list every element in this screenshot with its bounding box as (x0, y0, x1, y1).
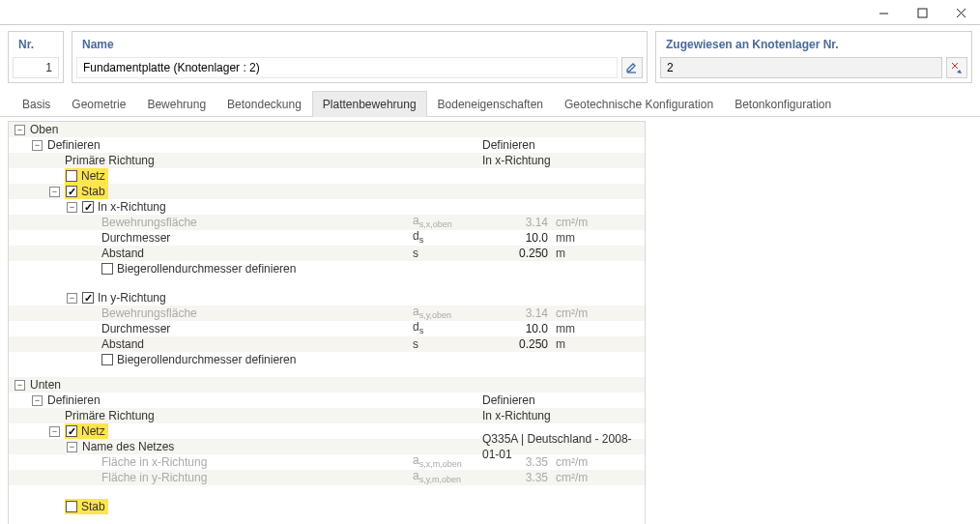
close-button[interactable] (941, 0, 980, 25)
checkbox-biegerollendurchmesser-y[interactable] (101, 354, 113, 365)
collapse-icon[interactable]: − (67, 202, 77, 213)
row-in-y-richtung[interactable]: In y-Richtung (98, 290, 172, 306)
tabs: Basis Geometrie Bewehrung Betondeckung P… (0, 83, 980, 117)
row-durchmesser-y[interactable]: Durchmesser (101, 321, 176, 336)
collapse-icon[interactable]: − (14, 125, 25, 135)
row-stab-unten[interactable]: Stab (65, 499, 108, 514)
checkbox-stab-unten[interactable] (66, 501, 77, 512)
collapse-icon[interactable]: − (32, 140, 43, 151)
checkbox-netz-unten[interactable] (66, 425, 77, 437)
row-biegerollendurchmesser-y[interactable]: Biegerollendurchmesser definieren (117, 352, 302, 367)
row-biegerollendurchmesser[interactable]: Biegerollendurchmesser definieren (117, 261, 302, 277)
header: Nr. Name Zugewiesen an Knotenlager Nr. (0, 25, 980, 83)
input-name[interactable] (76, 57, 618, 78)
tab-geotechnische-konfiguration[interactable]: Geotechnische Konfiguration (554, 91, 724, 117)
input-nr[interactable] (13, 57, 59, 78)
collapse-icon[interactable]: − (14, 380, 25, 391)
value-definieren-unten: Definieren (482, 393, 637, 408)
minimize-button[interactable] (864, 0, 903, 25)
row-bewehrungsflaeche: Bewehrungsfläche (101, 215, 203, 230)
property-grid[interactable]: − Oben − Definieren Definieren Primäre R… (8, 121, 646, 524)
collapse-icon[interactable]: − (67, 442, 77, 452)
checkbox-stab[interactable] (66, 186, 77, 197)
checkbox-netz[interactable] (66, 170, 77, 182)
group-definieren[interactable]: Definieren (47, 137, 106, 153)
value-definieren: Definieren (482, 137, 637, 153)
side-panel (646, 121, 972, 524)
input-assigned[interactable] (660, 57, 942, 78)
tab-plattenbewehrung[interactable]: Plattenbewehrung (312, 91, 427, 117)
edit-icon[interactable] (621, 57, 643, 78)
row-netz-unten[interactable]: Netz (65, 423, 108, 439)
pick-node-icon[interactable] (946, 57, 967, 78)
checkbox-biegerollendurchmesser[interactable] (101, 263, 113, 275)
row-primaere-richtung-unten[interactable]: Primäre Richtung (65, 408, 160, 423)
row-stab[interactable]: Stab (65, 184, 108, 199)
row-primaere-richtung[interactable]: Primäre Richtung (65, 153, 160, 168)
group-unten[interactable]: Unten (30, 377, 67, 393)
row-bewehrungsflaeche-y: Bewehrungsfläche (101, 306, 203, 321)
row-flaeche-x: Fläche in x-Richtung (101, 454, 213, 470)
main: − Oben − Definieren Definieren Primäre R… (0, 117, 980, 524)
tab-betonkonfiguration[interactable]: Betonkonfiguration (724, 91, 842, 117)
row-in-x-richtung[interactable]: In x-Richtung (98, 199, 172, 215)
tab-bewehrung[interactable]: Bewehrung (136, 91, 216, 117)
group-definieren-unten[interactable]: Definieren (47, 393, 106, 408)
collapse-icon[interactable]: − (67, 293, 77, 304)
row-abstand[interactable]: Abstand (101, 246, 150, 261)
value-primaere-richtung: In x-Richtung (482, 153, 637, 168)
value-primaere-richtung-unten: In x-Richtung (482, 408, 637, 423)
titlebar (0, 0, 980, 25)
checkbox-in-y[interactable] (82, 292, 94, 304)
tab-bodeneigenschaften[interactable]: Bodeneigenschaften (427, 91, 554, 117)
row-flaeche-y: Fläche in y-Richtung (101, 470, 213, 485)
label-nr: Nr. (13, 34, 59, 55)
checkbox-in-x[interactable] (82, 201, 94, 213)
row-netz[interactable]: Netz (65, 168, 108, 184)
label-name: Name (76, 34, 643, 55)
maximize-button[interactable] (903, 0, 941, 25)
tab-basis[interactable]: Basis (12, 91, 61, 117)
collapse-icon[interactable]: − (49, 426, 60, 437)
tab-geometrie[interactable]: Geometrie (61, 91, 136, 117)
label-assigned: Zugewiesen an Knotenlager Nr. (660, 34, 967, 55)
row-abstand-y[interactable]: Abstand (101, 336, 150, 352)
row-name-des-netzes[interactable]: Name des Netzes (82, 439, 180, 454)
row-durchmesser[interactable]: Durchmesser (101, 230, 176, 246)
collapse-icon[interactable]: − (32, 395, 43, 406)
svg-rect-1 (918, 9, 927, 17)
group-oben[interactable]: Oben (30, 122, 64, 137)
collapse-icon[interactable]: − (49, 187, 60, 197)
tab-betondeckung[interactable]: Betondeckung (216, 91, 312, 117)
